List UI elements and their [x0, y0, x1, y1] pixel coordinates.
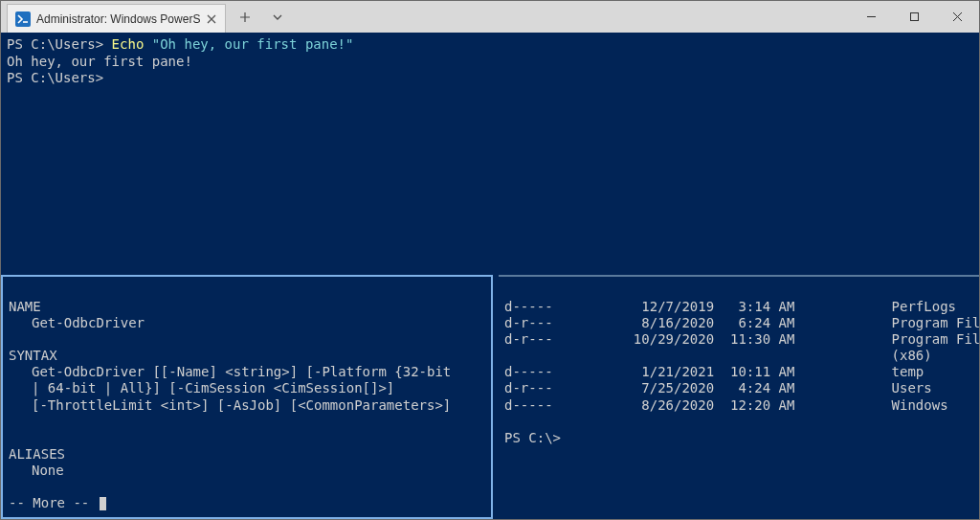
tab-powershell[interactable]: Administrator: Windows PowerS — [7, 4, 226, 33]
prompt: PS C:\Users> — [7, 36, 103, 52]
help-name-value: Get-OdbcDriver — [9, 315, 485, 331]
window-controls — [850, 1, 979, 33]
help-name-label: NAME — [9, 299, 485, 315]
maximize-button[interactable] — [893, 1, 936, 33]
help-aliases-value: None — [9, 463, 485, 479]
pane-help[interactable]: NAME Get-OdbcDriver SYNTAX Get-OdbcDrive… — [1, 275, 493, 519]
help-aliases-label: ALIASES — [9, 446, 485, 463]
terminal-content: PS C:\Users> Echo "Oh hey, our first pan… — [1, 33, 979, 519]
svg-rect-1 — [911, 13, 919, 21]
prompt-line: PS C:\> — [504, 430, 973, 446]
prompt-line: PS C:\Users> — [7, 70, 973, 87]
cmd-arg: "Oh hey, our first pane!" — [152, 36, 354, 52]
cursor-icon — [100, 497, 106, 510]
close-button[interactable] — [936, 1, 979, 33]
app-window: Administrator: Windows PowerS — [0, 0, 980, 520]
dir-table: 0 d----- 12/7/2019 3:14 AM PerfLogs d-r-… — [504, 283, 973, 414]
pane-dir[interactable]: 0 d----- 12/7/2019 3:14 AM PerfLogs d-r-… — [499, 275, 979, 519]
help-syntax-label: SYNTAX — [9, 348, 485, 364]
minimize-button[interactable] — [850, 1, 893, 33]
pane-top[interactable]: PS C:\Users> Echo "Oh hey, our first pan… — [1, 33, 979, 271]
titlebar[interactable]: Administrator: Windows PowerS — [1, 1, 979, 33]
tab-title: Administrator: Windows PowerS — [36, 12, 200, 26]
split-bottom: NAME Get-OdbcDriver SYNTAX Get-OdbcDrive… — [1, 271, 979, 519]
new-tab-button[interactable] — [235, 8, 255, 27]
powershell-icon — [15, 11, 31, 27]
tab-dropdown-button[interactable] — [268, 8, 287, 27]
help-syntax-l2: | 64-bit | All}] [-CimSession <CimSessio… — [9, 380, 485, 396]
tabbar-buttons — [226, 1, 287, 33]
cmd-echo: Echo — [112, 36, 145, 52]
output-line: Oh hey, our first pane! — [7, 54, 973, 71]
help-syntax-l3: [-ThrottleLimit <int>] [-AsJob] [<Common… — [9, 397, 485, 414]
help-syntax-l1: Get-OdbcDriver [[-Name] <string>] [-Plat… — [9, 364, 485, 380]
help-more: -- More -- — [9, 495, 89, 510]
tab-close-icon[interactable] — [206, 13, 217, 25]
